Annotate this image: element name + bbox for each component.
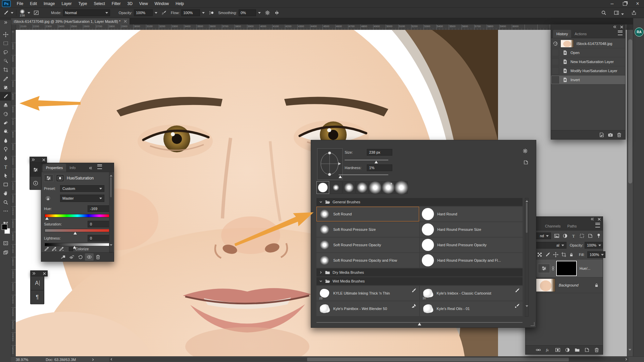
lasso-tool[interactable] — [0, 48, 11, 57]
adjustment-layer-icon[interactable] — [538, 264, 550, 273]
mask-thumb-icon[interactable] — [56, 174, 64, 182]
type-tool[interactable]: T — [0, 163, 11, 171]
menu-view[interactable]: View — [136, 0, 151, 7]
brush-item[interactable]: Hard Round Pressure Opacity and Fl... — [420, 253, 523, 268]
properties-scrollbar[interactable] — [109, 172, 113, 252]
history-snapshot-row[interactable]: iStock-614737048.jpg — [551, 39, 625, 48]
history-menu-icon[interactable] — [618, 31, 623, 35]
char-close-icon[interactable] — [43, 272, 46, 275]
historybrush-tool[interactable] — [0, 110, 11, 118]
opacity-select[interactable]: 100% — [134, 9, 153, 16]
foreground-color-swatch[interactable] — [2, 224, 7, 230]
close-panel-icon[interactable] — [42, 158, 45, 161]
history-state-checkbox[interactable] — [552, 49, 559, 56]
size-slider[interactable] — [345, 160, 388, 160]
background-layer-thumbnail[interactable] — [536, 278, 555, 292]
lock-all-icon[interactable] — [569, 253, 574, 257]
delete-adjustment-icon[interactable] — [94, 253, 102, 261]
brush-item[interactable]: 30Kyle's Inkbox - Classic Cartoonist — [420, 286, 523, 301]
filter-image-icon[interactable] — [554, 233, 559, 239]
recent-brush-1[interactable] — [330, 181, 342, 194]
properties-panel-icon[interactable] — [30, 163, 41, 176]
history-state-checkbox[interactable] — [552, 76, 559, 84]
group-dry-media-brushes[interactable]: Dry Media Brushes — [316, 268, 523, 276]
brush-tool[interactable] — [0, 92, 11, 101]
delete-layer-trash-icon[interactable] — [594, 347, 599, 353]
saturation-slider[interactable] — [45, 229, 110, 232]
workspace-icon[interactable] — [614, 10, 619, 15]
filter-smartobject-icon[interactable] — [588, 233, 593, 239]
eyedropper-plus-icon[interactable] — [51, 246, 57, 252]
hardness-slider-thumb[interactable] — [339, 175, 342, 178]
tab-history[interactable]: History — [553, 30, 571, 38]
eraser-tool[interactable] — [0, 118, 11, 127]
pathselect-tool[interactable] — [0, 171, 11, 180]
scroll-up-icon[interactable] — [110, 173, 112, 176]
brush-item[interactable]: Hard Round — [420, 207, 523, 221]
opacity-chevron-icon[interactable] — [155, 12, 157, 15]
brush-item[interactable]: Kyle's Real Oils - 01 — [420, 301, 523, 316]
clip-to-layer-icon[interactable] — [59, 253, 67, 261]
brush-list-scrollbar[interactable] — [525, 198, 529, 317]
menu-edit[interactable]: Edit — [27, 0, 40, 7]
move-tool[interactable] — [0, 30, 11, 39]
brush-item[interactable]: Soft Round Pressure Size — [316, 222, 419, 237]
link-layers-icon[interactable] — [536, 347, 541, 353]
layers-menu-icon[interactable] — [595, 223, 600, 227]
layer-mask-thumbnail[interactable] — [556, 261, 577, 276]
hardness-field[interactable]: 1% — [367, 164, 392, 171]
preset-select[interactable]: Custom — [60, 185, 104, 192]
horizontal-ruler[interactable]: 2100220023002400250026002700280029003000… — [16, 24, 627, 30]
smoothing-gear-icon[interactable] — [265, 10, 270, 15]
menu-help[interactable]: Help — [172, 0, 187, 7]
history-close-icon[interactable] — [620, 25, 623, 29]
history-source-icon[interactable] — [552, 40, 559, 47]
lock-paint-icon[interactable] — [545, 252, 550, 257]
brush-item[interactable]: 25KYLE Ultimate Inking Thick 'n Thin — [316, 286, 419, 301]
restore-button[interactable] — [618, 0, 631, 7]
layers-collapse-icon[interactable] — [590, 217, 594, 221]
new-group-folder-icon[interactable] — [575, 347, 580, 353]
view-previous-state-icon[interactable] — [67, 253, 76, 261]
history-collapse-icon[interactable] — [613, 25, 617, 29]
saturation-slider-thumb[interactable] — [73, 232, 77, 235]
size-field[interactable]: 238 px — [367, 149, 392, 156]
layers-close-icon[interactable] — [598, 218, 601, 221]
recent-brush-2[interactable] — [343, 181, 355, 194]
snapshot-thumbnail[interactable] — [560, 40, 574, 48]
history-item-invert[interactable]: Invert — [551, 75, 625, 85]
account-avatar[interactable]: RA — [635, 28, 644, 37]
collapse-icons[interactable] — [89, 166, 93, 170]
pressure-opacity-icon[interactable] — [161, 10, 167, 15]
lightness-value-field[interactable]: 0 — [88, 235, 110, 242]
layer-style-fx-icon[interactable]: fx — [545, 347, 551, 353]
brush-item[interactable]: Soft Round — [316, 207, 419, 221]
tab-close-icon[interactable] — [124, 20, 127, 23]
vertical-ruler[interactable]: 0100200300400500600700800900100011001200… — [11, 24, 16, 356]
flow-select[interactable]: 100% — [181, 9, 200, 16]
popup-gear-icon[interactable] — [523, 148, 528, 154]
menu-3d[interactable]: 3D — [124, 0, 136, 7]
filter-shape-icon[interactable] — [579, 233, 585, 239]
share-icon[interactable] — [631, 10, 637, 15]
hue-slider[interactable] — [45, 214, 110, 217]
colorize-checkbox[interactable] — [69, 247, 73, 251]
menu-type[interactable]: Type — [75, 0, 90, 7]
lock-transparent-icon[interactable] — [537, 252, 542, 257]
hue-slider-thumb[interactable] — [45, 217, 49, 220]
channel-select[interactable]: Master — [60, 195, 104, 202]
group-wet-media-brushes[interactable]: Wet Media Brushes — [316, 277, 523, 285]
history-state-checkbox[interactable] — [552, 67, 559, 74]
tab-actions[interactable]: Actions — [571, 30, 590, 38]
history-item-modify-hue-saturation-layer[interactable]: Modify Hue/Saturation Layer — [551, 66, 625, 75]
hand-tool[interactable] — [0, 189, 11, 198]
recent-brush-5[interactable] — [382, 181, 395, 194]
filter-pin-icon[interactable] — [596, 233, 601, 239]
crop-tool[interactable] — [0, 65, 11, 74]
zoom-tool[interactable] — [0, 198, 11, 207]
panel-menu-ic[interactable] — [97, 164, 102, 169]
adjustment-thumb-icon[interactable] — [44, 174, 53, 182]
horizontal-scrollbar-thumb[interactable] — [307, 358, 569, 361]
quick-mask-icon[interactable] — [0, 239, 11, 248]
filter-type-icon[interactable]: T — [571, 233, 576, 239]
